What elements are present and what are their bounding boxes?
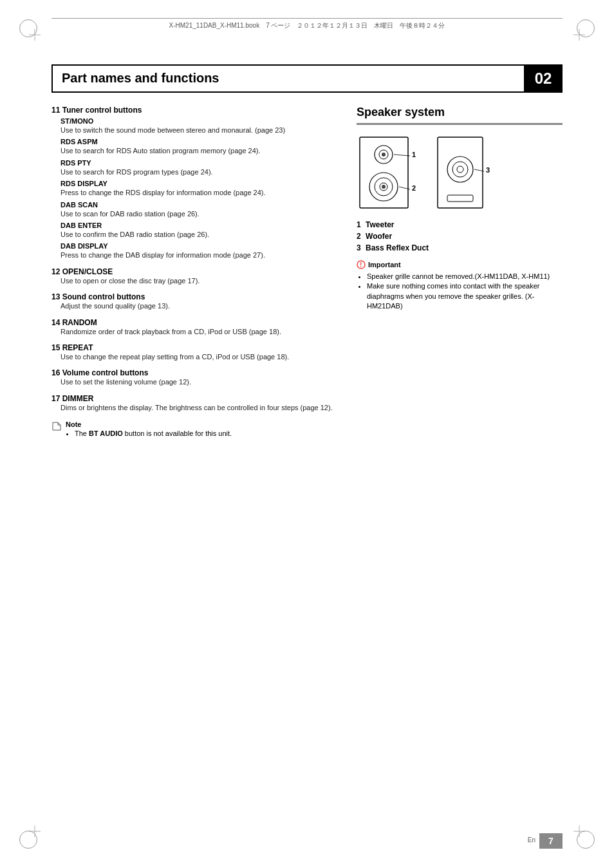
subtitle-dabdisplay: DAB DISPLAY <box>60 242 337 250</box>
part-label-3: Bass Reflex Duct <box>366 243 429 252</box>
note-list: The BT AUDIO button is not available for… <box>66 429 232 437</box>
top-bar: X-HM21_11DAB_X-HM11.book 7 ページ ２０１２年１２月１… <box>51 18 563 30</box>
section-item-14: 14 RANDOM Randomize order of track playb… <box>51 318 337 337</box>
important-icon: ! <box>357 260 366 269</box>
item-number-12: 12 <box>51 267 62 276</box>
subtitle-dabscan: DAB SCAN <box>60 201 337 209</box>
section-item-13: 13 Sound control buttons Adjust the soun… <box>51 292 337 311</box>
note-content: Note The BT AUDIO button is not availabl… <box>66 420 232 437</box>
section-item-16: 16 Volume control buttons Use to set the… <box>51 368 337 387</box>
subtitle-rdsaspm: RDS ASPM <box>60 138 337 146</box>
item-desc-13: Adjust the sound quality (page 13). <box>51 301 337 311</box>
svg-rect-24 <box>447 195 473 202</box>
section-header-16: 16 Volume control buttons <box>51 368 337 377</box>
important-list: Speaker grille cannot be removed.(X-HM11… <box>357 272 563 312</box>
note-icon <box>51 421 62 433</box>
desc-dabscan: Use to scan for DAB radio station (page … <box>60 209 337 219</box>
subtitle-stmono: ST/MONO <box>60 117 337 125</box>
svg-text:2: 2 <box>412 184 416 192</box>
subtitle-dabenter: DAB ENTER <box>60 222 337 229</box>
svg-point-11 <box>382 153 386 156</box>
item-number-17: 17 <box>51 394 62 403</box>
svg-point-22 <box>452 162 468 177</box>
part-num-2: 2 <box>357 232 361 241</box>
item-title-14: RANDOM <box>62 318 97 327</box>
subtitle-rdsdisplay: RDS DISPLAY <box>60 180 337 187</box>
chapter-number: 02 <box>524 64 563 93</box>
item-title-13: Sound control buttons <box>62 292 145 301</box>
item-desc-16: Use to set the listening volume (page 12… <box>51 377 337 387</box>
crosshair-br <box>573 826 585 839</box>
speaker-part-1: 1 Tweeter <box>357 220 563 229</box>
important-item-2: Make sure nothing comes into contact wit… <box>367 281 563 311</box>
section-item-11: 11 Tuner control buttons ST/MONO Use to … <box>51 106 337 261</box>
content-columns: 11 Tuner control buttons ST/MONO Use to … <box>51 106 563 437</box>
section-header-11: 11 Tuner control buttons <box>51 106 337 115</box>
speaker-right-diagram: 3 <box>434 134 496 211</box>
crosshair-tr <box>573 29 585 42</box>
item-number-13: 13 <box>51 292 62 301</box>
speaker-right-svg: 3 <box>434 134 496 211</box>
crosshair-bl <box>29 826 41 839</box>
part-label-2: Woofer <box>366 232 392 241</box>
page-number: 7 <box>539 833 563 849</box>
note-title: Note <box>66 420 232 428</box>
part-num-3: 3 <box>357 243 361 252</box>
section-header-12: 12 OPEN/CLOSE <box>51 267 337 276</box>
page-header: Part names and functions 02 <box>51 64 563 93</box>
desc-rdsaspm: Use to search for RDS Auto station progr… <box>60 146 337 156</box>
svg-text:1: 1 <box>412 151 416 158</box>
item-desc-15: Use to change the repeat play setting fr… <box>51 352 337 362</box>
item-title-12: OPEN/CLOSE <box>62 267 113 276</box>
item-desc-17: Dims or brightens the display. The brigh… <box>51 403 337 413</box>
item-number-11: 11 <box>51 106 62 115</box>
section-item-17: 17 DIMMER Dims or brightens the display.… <box>51 394 337 413</box>
crosshair-tl <box>29 29 41 42</box>
speaker-left-diagram: 1 2 <box>357 134 424 211</box>
item-11-subtitles: ST/MONO Use to switch the sound mode bet… <box>51 117 337 261</box>
speaker-part-3: 3 Bass Reflex Duct <box>357 243 563 252</box>
important-title: ! Important <box>357 260 563 269</box>
desc-stmono: Use to switch the sound mode between ste… <box>60 126 337 135</box>
desc-dabdisplay: Press to change the DAB display for info… <box>60 250 337 260</box>
part-num-1: 1 <box>357 220 361 229</box>
item-number-15: 15 <box>51 343 62 352</box>
important-label: Important <box>368 261 401 269</box>
important-box: ! Important Speaker grille cannot be rem… <box>357 260 563 312</box>
section-item-12: 12 OPEN/CLOSE Use to open or close the d… <box>51 267 337 286</box>
desc-rdsdisplay: Press to change the RDS display for info… <box>60 188 337 198</box>
item-title-17: DIMMER <box>62 394 94 403</box>
svg-point-21 <box>447 156 473 182</box>
top-bar-text: X-HM21_11DAB_X-HM11.book 7 ページ ２０１２年１２月１… <box>169 21 445 30</box>
item-desc-12: Use to open or close the disc tray (page… <box>51 276 337 286</box>
speaker-left-svg: 1 2 <box>357 134 424 211</box>
section-header-13: 13 Sound control buttons <box>51 292 337 301</box>
speaker-parts-list: 1 Tweeter 2 Woofer 3 Bass Reflex Duct <box>357 220 563 252</box>
left-column: 11 Tuner control buttons ST/MONO Use to … <box>51 106 337 437</box>
item-desc-14: Randomize order of track playback from a… <box>51 327 337 337</box>
subtitle-rdspty: RDS PTY <box>60 159 337 167</box>
item-title-11: Tuner control buttons <box>62 106 142 115</box>
desc-dabenter: Use to confirm the DAB radio station (pa… <box>60 230 337 240</box>
section-item-15: 15 REPEAT Use to change the repeat play … <box>51 343 337 362</box>
section-header-17: 17 DIMMER <box>51 394 337 403</box>
section-header-15: 15 REPEAT <box>51 343 337 352</box>
svg-point-15 <box>382 185 386 189</box>
main-content: Part names and functions 02 11 Tuner con… <box>51 64 563 816</box>
svg-text:3: 3 <box>486 166 490 174</box>
note-item-1: The BT AUDIO button is not available for… <box>75 429 232 437</box>
right-column: Speaker system <box>357 106 563 437</box>
speaker-part-2: 2 Woofer <box>357 232 563 241</box>
speaker-section-title: Speaker system <box>357 106 563 125</box>
part-label-1: Tweeter <box>366 220 394 229</box>
speaker-diagram: 1 2 <box>357 134 563 211</box>
svg-point-23 <box>457 166 463 173</box>
item-number-16: 16 <box>51 368 62 377</box>
page-title: Part names and functions <box>51 64 524 93</box>
section-header-14: 14 RANDOM <box>51 318 337 327</box>
page-lang: En <box>528 836 535 844</box>
item-title-15: REPEAT <box>62 343 93 352</box>
svg-text:!: ! <box>360 261 362 269</box>
note-box: Note The BT AUDIO button is not availabl… <box>51 420 337 437</box>
desc-rdspty: Use to search for RDS program types (pag… <box>60 167 337 177</box>
